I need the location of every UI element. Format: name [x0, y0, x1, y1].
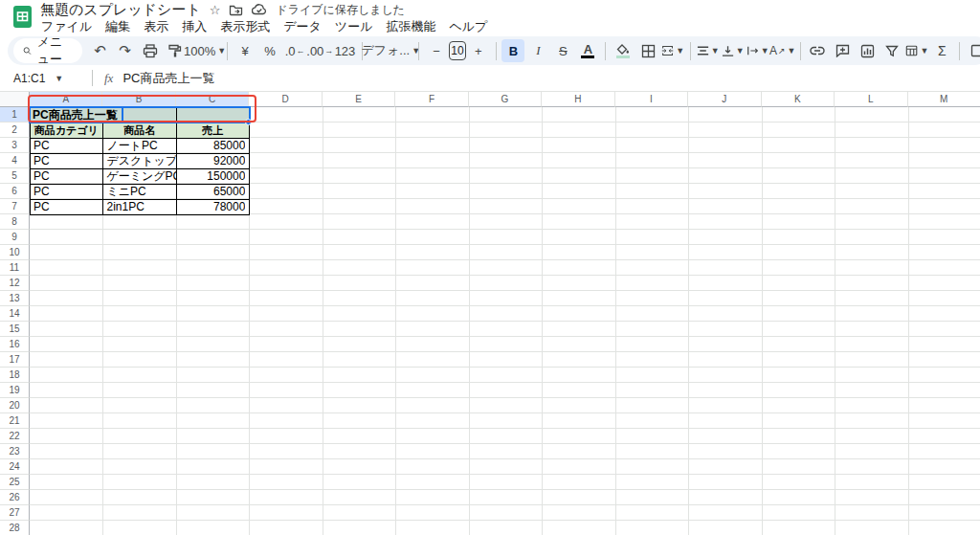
column-header-E[interactable]: E	[323, 92, 395, 107]
create-filter-button[interactable]	[880, 39, 903, 62]
decrease-decimal-button[interactable]: .0←	[283, 39, 306, 62]
font-select[interactable]: デフォ...▼	[368, 39, 412, 62]
row-header-8[interactable]: 8	[0, 214, 30, 230]
menu-item[interactable]: 拡張機能	[379, 16, 442, 37]
column-header-M[interactable]: M	[908, 92, 980, 107]
zoom-select[interactable]: 100%▼	[189, 39, 222, 62]
row-header-13[interactable]: 13	[0, 291, 30, 306]
insert-comment-button[interactable]	[831, 39, 854, 62]
text-color-button[interactable]: A	[576, 39, 599, 62]
row-header-17[interactable]: 17	[0, 352, 30, 368]
grid-column-line	[835, 107, 835, 535]
menu-item[interactable]: 表示	[137, 16, 175, 37]
divider	[800, 42, 801, 60]
sheets-logo-icon[interactable]	[11, 5, 34, 29]
column-header-F[interactable]: F	[395, 92, 468, 107]
more-formats-button[interactable]: 123	[333, 39, 356, 62]
chevron-down-icon[interactable]: ▼	[736, 46, 745, 56]
row-header-21[interactable]: 21	[0, 413, 30, 429]
name-box[interactable]: A1:C1 ▼	[0, 72, 92, 85]
row-header-10[interactable]: 10	[0, 245, 30, 260]
column-header-L[interactable]: L	[835, 92, 907, 107]
column-header-G[interactable]: G	[469, 92, 542, 107]
row-header-18[interactable]: 18	[0, 368, 30, 383]
menu-item[interactable]: 編集	[99, 16, 137, 37]
row-header-24[interactable]: 24	[0, 459, 30, 475]
row-header-6[interactable]: 6	[0, 184, 30, 199]
menu-item[interactable]: ヘルプ	[442, 16, 494, 37]
menu-item[interactable]: データ	[277, 16, 328, 37]
format-percent-button[interactable]: %	[258, 39, 281, 62]
spreadsheet-grid[interactable]: ABCDEFGHIJKLM123456789101112131415161718…	[0, 92, 980, 535]
formula-input[interactable]: PC商品売上一覧	[122, 70, 214, 87]
move-folder-icon[interactable]	[229, 4, 243, 16]
chevron-down-icon[interactable]: ▼	[711, 46, 720, 56]
increase-decimal-button[interactable]: .00→	[308, 39, 331, 62]
italic-button[interactable]: I	[526, 39, 549, 62]
text-rotation-button[interactable]: A ↗ ▼	[771, 39, 794, 62]
column-header-I[interactable]: I	[615, 92, 688, 107]
search-menus-button[interactable]: メニュー	[13, 38, 82, 63]
redo-button[interactable]: ↷	[114, 39, 137, 62]
row-header-1[interactable]: 1	[0, 107, 30, 123]
row-header-9[interactable]: 9	[0, 230, 30, 245]
row-header-15[interactable]: 15	[0, 322, 30, 337]
vertical-align-button[interactable]: ▼	[722, 39, 745, 62]
functions-button[interactable]: Σ	[930, 39, 953, 62]
row-header-3[interactable]: 3	[0, 138, 30, 153]
row-header-26[interactable]: 26	[0, 490, 30, 505]
chevron-down-icon[interactable]: ▼	[55, 74, 63, 83]
row-header-4[interactable]: 4	[0, 153, 30, 168]
decrease-font-size-button[interactable]: −	[425, 39, 448, 62]
increase-font-size-button[interactable]: +	[467, 39, 490, 62]
merge-cells-button[interactable]: ▼	[661, 39, 684, 62]
fill-color-button[interactable]	[612, 39, 635, 62]
text-wrap-button[interactable]: ▼	[746, 39, 769, 62]
strikethrough-button[interactable]: S	[551, 39, 574, 62]
column-header-K[interactable]: K	[762, 92, 835, 107]
row-header-22[interactable]: 22	[0, 429, 30, 444]
column-header-D[interactable]: D	[249, 92, 322, 107]
row-header-5[interactable]: 5	[0, 168, 30, 184]
row-header-23[interactable]: 23	[0, 444, 30, 459]
font-size-input[interactable]: 10	[449, 41, 466, 60]
grid-row	[30, 306, 980, 322]
select-all-corner[interactable]	[0, 92, 30, 107]
insert-chart-button[interactable]	[856, 39, 879, 62]
menu-item[interactable]: 表示形式	[213, 16, 277, 37]
horizontal-align-button[interactable]: ▼	[697, 39, 720, 62]
clipped-toolbar-button[interactable]	[966, 39, 980, 62]
row-header-20[interactable]: 20	[0, 398, 30, 413]
chevron-down-icon[interactable]: ▼	[788, 46, 796, 56]
grid-row	[30, 368, 980, 383]
column-header-H[interactable]: H	[542, 92, 614, 107]
row-header-12[interactable]: 12	[0, 276, 30, 291]
row-header-28[interactable]: 28	[0, 521, 30, 535]
star-icon[interactable]: ☆	[210, 4, 221, 16]
undo-button[interactable]: ↶	[89, 39, 112, 62]
chevron-down-icon: ▼	[217, 46, 226, 56]
divider	[605, 42, 606, 60]
bold-button[interactable]: B	[501, 39, 524, 62]
row-header-11[interactable]: 11	[0, 260, 30, 276]
print-button[interactable]	[139, 39, 162, 62]
format-currency-button[interactable]: ¥	[234, 39, 256, 62]
row-header-16[interactable]: 16	[0, 337, 30, 352]
menu-item[interactable]: ファイル	[34, 16, 99, 37]
row-header-14[interactable]: 14	[0, 306, 30, 322]
chevron-down-icon[interactable]: ▼	[920, 46, 928, 56]
menu-item[interactable]: ツール	[328, 16, 380, 37]
column-header-J[interactable]: J	[688, 92, 761, 107]
insert-link-button[interactable]	[806, 39, 829, 62]
row-header-27[interactable]: 27	[0, 505, 30, 521]
row-header-19[interactable]: 19	[0, 383, 30, 398]
cloud-saved-icon[interactable]	[252, 4, 267, 15]
row-header-25[interactable]: 25	[0, 475, 30, 490]
table-views-button[interactable]: ▼	[905, 39, 928, 62]
row-header-2[interactable]: 2	[0, 123, 30, 138]
borders-button[interactable]	[636, 39, 659, 62]
menu-item[interactable]: 挿入	[175, 16, 213, 37]
chevron-down-icon[interactable]: ▼	[676, 46, 684, 56]
chevron-down-icon[interactable]: ▼	[761, 46, 769, 56]
row-header-7[interactable]: 7	[0, 199, 30, 214]
